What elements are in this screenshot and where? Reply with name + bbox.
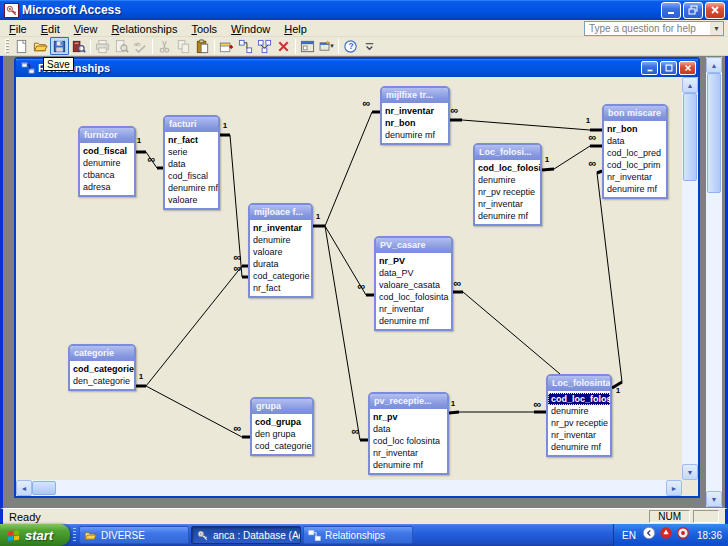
scroll-track[interactable] [706, 193, 722, 491]
relationship-pv_receptie-loc_folosinta[interactable] [449, 412, 546, 413]
table-title-loc_folosinta[interactable]: Loc_folosinta [548, 376, 610, 391]
clear-layout-button[interactable] [274, 37, 293, 55]
field-grupa-cod_categorie[interactable]: cod_categorie [252, 440, 312, 452]
table-title-facturi[interactable]: facturi [165, 117, 218, 132]
new-button[interactable] [12, 37, 31, 55]
table-pv_receptie[interactable]: pv_receptie...nr_pvdatacod_loc folosinta… [368, 392, 449, 475]
field-mijloace_fixe-denumire[interactable]: denumire [250, 234, 311, 246]
language-indicator[interactable]: EN [622, 530, 636, 541]
relationship-loc_folosinta-bon_miscare[interactable] [597, 171, 622, 388]
menu-help[interactable]: Help [277, 22, 314, 36]
field-pv_casare-cod_loc_folosinta[interactable]: cod_loc_folosinta [376, 291, 451, 303]
scroll-up-icon[interactable]: ▲ [706, 57, 722, 73]
field-bon_miscare-nr_inventar[interactable]: nr_inventar [604, 171, 666, 183]
field-furnizor-ctbanca[interactable]: ctbanca [80, 169, 134, 181]
field-mijloace_fixe-durata[interactable]: durata [250, 258, 311, 270]
field-facturi-data[interactable]: data [165, 158, 218, 170]
field-pv_receptie-cod_loc_folosinta[interactable]: cod_loc folosinta [370, 435, 447, 447]
table-facturi[interactable]: facturinr_factseriedatacod_fiscaldenumir… [163, 115, 220, 210]
field-pv_receptie-nr_inventar[interactable]: nr_inventar [370, 447, 447, 459]
spelling-button[interactable]: ab [131, 37, 150, 55]
field-furnizor-cod_fiscal[interactable]: cod_fiscal [80, 145, 134, 157]
menu-file[interactable]: File [2, 22, 34, 36]
field-pv_receptie-nr_pv[interactable]: nr_pv [370, 411, 447, 423]
field-loc_folosi_top-nr_pv_receptie[interactable]: nr_pv receptie [475, 186, 540, 198]
toolbar-options-button[interactable] [360, 37, 379, 55]
field-loc_folosi_top-cod_loc_folosinta[interactable]: cod_loc_folosinta [475, 162, 540, 174]
close-button[interactable] [705, 2, 725, 19]
scroll-track[interactable] [682, 181, 698, 464]
field-pv_receptie-data[interactable]: data [370, 423, 447, 435]
print-button[interactable] [93, 37, 112, 55]
minimize-button[interactable] [661, 2, 681, 19]
child-horizontal-scrollbar[interactable]: ◄ ► [16, 480, 682, 496]
menu-tools[interactable]: Tools [184, 22, 224, 36]
field-loc_folosinta-denumire_mf[interactable]: denumire mf [548, 441, 610, 453]
field-grupa-cod_grupa[interactable]: cod_grupa [252, 416, 312, 428]
relationship-mijlfixe_tr-bon_miscare[interactable] [450, 120, 602, 130]
scroll-up-icon[interactable]: ▲ [682, 77, 698, 93]
field-mijloace_fixe-valoare[interactable]: valoare [250, 246, 311, 258]
relationship-categorie-mijloace_fixe[interactable] [136, 266, 248, 386]
restore-button[interactable] [683, 2, 703, 19]
cut-button[interactable] [155, 37, 174, 55]
save-button[interactable] [50, 37, 69, 55]
menu-relationships[interactable]: Relationships [104, 22, 184, 36]
direct-relationships-button[interactable] [236, 37, 255, 55]
child-minimize-button[interactable] [641, 61, 658, 75]
scroll-left-icon[interactable]: ◄ [16, 480, 32, 496]
menu-view[interactable]: View [67, 22, 105, 36]
scroll-down-icon[interactable]: ▼ [682, 464, 698, 480]
child-vertical-scrollbar[interactable]: ▲ ▼ [682, 77, 698, 480]
field-categorie-cod_categorie[interactable]: cod_categorie [70, 363, 134, 375]
chevron-down-icon[interactable]: ▼ [710, 22, 723, 35]
scroll-track[interactable] [56, 480, 666, 496]
relationship-mijloace_fixe-mijlfixe_tr[interactable] [313, 112, 380, 226]
relationships-title-bar[interactable]: Relationships [16, 59, 698, 77]
child-maximize-button[interactable] [660, 61, 677, 75]
database-window-button[interactable] [298, 37, 317, 55]
field-facturi-cod_fiscal[interactable]: cod_fiscal [165, 170, 218, 182]
field-loc_folosinta-nr_inventar[interactable]: nr_inventar [548, 429, 610, 441]
field-mijlfixe_tr-nr_inventar[interactable]: nr_inventar [382, 105, 448, 117]
mdi-vertical-scrollbar[interactable]: ▲ ▼ [706, 57, 722, 507]
table-loc_folosinta[interactable]: Loc_folosintacod_loc_folosintadenumirenr… [546, 374, 612, 457]
table-pv_casare[interactable]: PV_casarenr_PVdata_PVvaloare_casatacod_l… [374, 236, 453, 331]
field-furnizor-denumire[interactable]: denumire [80, 157, 134, 169]
field-bon_miscare-cod_loc_pred[interactable]: cod_loc_pred [604, 147, 666, 159]
field-pv_receptie-denumire_mf[interactable]: denumire mf [370, 459, 447, 471]
vertical-scroll-thumb[interactable] [683, 93, 697, 181]
field-mijloace_fixe-cod_categorie[interactable]: cod_categorie [250, 270, 311, 282]
relationship-mijloace_fixe-pv_casare[interactable] [325, 226, 374, 295]
table-mijloace_fixe[interactable]: mijloace f...nr_inventardenumirevaloared… [248, 203, 313, 298]
field-facturi-serie[interactable]: serie [165, 146, 218, 158]
field-pv_casare-valoare_casata[interactable]: valoare_casata [376, 279, 451, 291]
field-pv_casare-nr_PV[interactable]: nr_PV [376, 255, 451, 267]
tray-app-ring-icon[interactable] [676, 526, 690, 544]
scroll-down-icon[interactable]: ▼ [706, 491, 722, 507]
hide-icons-chevron-icon[interactable] [642, 526, 656, 544]
field-pv_casare-nr_inventar[interactable]: nr_inventar [376, 303, 451, 315]
table-title-pv_casare[interactable]: PV_casare [376, 238, 451, 253]
table-categorie[interactable]: categoriecod_categorieden_categorie [68, 344, 136, 391]
table-title-grupa[interactable]: grupa [252, 399, 312, 414]
child-close-button[interactable] [679, 61, 696, 75]
show-table-button[interactable] [217, 37, 236, 55]
field-loc_folosi_top-nr_inventar[interactable]: nr_inventar [475, 198, 540, 210]
relationships-canvas[interactable]: furnizorcod_fiscaldenumirectbancaadresaf… [16, 77, 682, 480]
taskbar-grip[interactable] [70, 524, 78, 546]
field-mijloace_fixe-nr_fact[interactable]: nr_fact [250, 282, 311, 294]
toolbar-grip[interactable] [5, 39, 9, 53]
tray-app-red-icon[interactable] [659, 526, 673, 544]
field-mijlfixe_tr-denumire_mf[interactable]: denumire mf [382, 129, 448, 141]
menu-edit[interactable]: Edit [34, 22, 67, 36]
field-loc_folosinta-nr_pv_receptie[interactable]: nr_pv receptie [548, 417, 610, 429]
table-title-pv_receptie[interactable]: pv_receptie... [370, 394, 447, 409]
table-furnizor[interactable]: furnizorcod_fiscaldenumirectbancaadresa [78, 126, 136, 197]
menu-window[interactable]: Window [224, 22, 277, 36]
table-title-loc_folosi_top[interactable]: Loc_folosi... [475, 145, 540, 160]
table-title-furnizor[interactable]: furnizor [80, 128, 134, 143]
table-title-mijlfixe_tr[interactable]: mijlfixe tr... [382, 88, 448, 103]
field-pv_casare-data_PV[interactable]: data_PV [376, 267, 451, 279]
field-bon_miscare-denumire_mf[interactable]: denumire mf [604, 183, 666, 195]
